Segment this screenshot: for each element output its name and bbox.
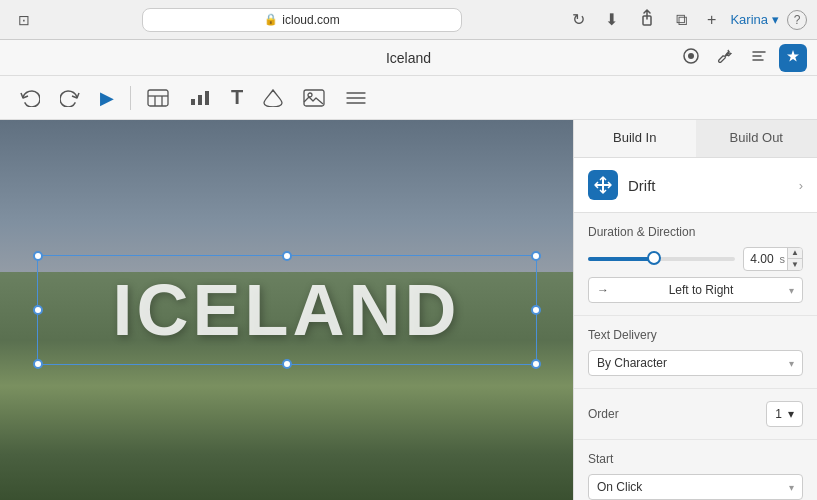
- animation-chevron[interactable]: ›: [799, 178, 803, 193]
- start-dropdown[interactable]: On Click ▾: [588, 474, 803, 500]
- tab-build-out[interactable]: Build Out: [696, 120, 818, 157]
- user-info[interactable]: Karina ▾: [730, 12, 779, 27]
- help-button[interactable]: ?: [787, 10, 807, 30]
- right-panel: Build In Build Out Drift › Duration & Di…: [573, 120, 817, 500]
- toolbar-separator-1: [130, 86, 131, 110]
- tabs-button[interactable]: ⧉: [670, 9, 693, 31]
- undo-button[interactable]: [12, 85, 48, 111]
- duration-slider-thumb[interactable]: [647, 251, 661, 265]
- direction-value: Left to Right: [669, 283, 734, 297]
- sidebar-toggle[interactable]: ⊡: [10, 8, 38, 32]
- lock-icon: 🔒: [264, 13, 278, 26]
- address-bar[interactable]: 🔒 icloud.com: [142, 8, 462, 32]
- tab-build-in[interactable]: Build In: [574, 120, 696, 157]
- duration-value: 4.00: [744, 252, 780, 266]
- animation-name-row[interactable]: Drift ›: [574, 158, 817, 213]
- browser-chrome: ⊡ 🔒 icloud.com ↻ ⬇ ⧉ + Karina ▾ ?: [0, 0, 817, 40]
- order-label: Order: [588, 407, 619, 421]
- order-dropdown-arrow: ▾: [788, 407, 794, 421]
- duration-row: 4.00 s ▲ ▼: [588, 247, 803, 271]
- duration-slider-fill: [588, 257, 654, 261]
- wrench-button[interactable]: [711, 42, 739, 74]
- play-button[interactable]: ▶: [92, 83, 122, 113]
- order-value: 1: [775, 407, 782, 421]
- drift-icon: [588, 170, 618, 200]
- duration-slider-track[interactable]: [588, 257, 735, 261]
- toolbar: ▶ T: [0, 76, 817, 120]
- text-delivery-dropdown[interactable]: By Character ▾: [588, 350, 803, 376]
- animation-button[interactable]: [779, 44, 807, 72]
- direction-dropdown[interactable]: → Left to Right ▾: [588, 277, 803, 303]
- duration-unit: s: [780, 253, 788, 265]
- svg-rect-8: [198, 95, 202, 105]
- text-delivery-label: Text Delivery: [588, 328, 803, 342]
- text-button[interactable]: T: [223, 82, 251, 113]
- direction-dropdown-arrow: ▾: [789, 285, 794, 296]
- app-title: Iceland: [386, 50, 431, 66]
- start-value: On Click: [597, 480, 642, 494]
- shape-button[interactable]: [255, 85, 291, 111]
- redo-button[interactable]: [52, 85, 88, 111]
- svg-rect-3: [148, 90, 168, 106]
- toolbar-right: [677, 42, 807, 74]
- image-button[interactable]: [295, 85, 333, 111]
- new-tab-button[interactable]: +: [701, 9, 722, 31]
- share-button[interactable]: [632, 7, 662, 33]
- svg-rect-9: [205, 91, 209, 105]
- url-text: icloud.com: [282, 13, 339, 27]
- list-button[interactable]: [337, 85, 375, 111]
- duration-direction-section: Duration & Direction 4.00 s ▲ ▼ → Left: [574, 213, 817, 316]
- table-button[interactable]: [139, 85, 177, 111]
- svg-point-11: [308, 93, 312, 97]
- animation-name-label: Drift: [628, 177, 799, 194]
- browser-actions: ↻ ⬇ ⧉ + Karina ▾ ?: [566, 7, 807, 33]
- chart-button[interactable]: [181, 85, 219, 111]
- sky-overlay: [0, 120, 573, 291]
- refresh-button[interactable]: ↻: [566, 8, 591, 31]
- duration-input[interactable]: 4.00 s ▲ ▼: [743, 247, 803, 271]
- iceland-text: ICELAND: [113, 269, 461, 351]
- user-name: Karina: [730, 12, 768, 27]
- download-button[interactable]: ⬇: [599, 8, 624, 31]
- canvas[interactable]: ICELAND: [0, 120, 573, 500]
- duration-stepper[interactable]: ▲ ▼: [787, 247, 802, 271]
- app-titlebar: Iceland: [0, 40, 817, 76]
- order-dropdown[interactable]: 1 ▾: [766, 401, 803, 427]
- panel-tabs: Build In Build Out: [574, 120, 817, 158]
- svg-rect-10: [304, 90, 324, 106]
- user-chevron: ▾: [772, 12, 779, 27]
- stepper-down[interactable]: ▼: [788, 259, 802, 271]
- format-button[interactable]: [745, 42, 773, 74]
- stepper-up[interactable]: ▲: [788, 247, 802, 259]
- start-label: Start: [588, 452, 803, 466]
- svg-point-2: [688, 53, 694, 59]
- text-delivery-dropdown-arrow: ▾: [789, 358, 794, 369]
- start-dropdown-arrow: ▾: [789, 482, 794, 493]
- animate-view-button[interactable]: [677, 42, 705, 74]
- text-delivery-value: By Character: [597, 356, 667, 370]
- text-delivery-section: Text Delivery By Character ▾: [574, 316, 817, 389]
- order-row: Order 1 ▾: [588, 401, 803, 427]
- main-area: ICELAND Build In Build Out: [0, 120, 817, 500]
- svg-rect-7: [191, 99, 195, 105]
- start-section: Start On Click ▾: [574, 440, 817, 500]
- order-section: Order 1 ▾: [574, 389, 817, 440]
- duration-section-label: Duration & Direction: [588, 225, 803, 239]
- direction-prefix: →: [597, 283, 609, 297]
